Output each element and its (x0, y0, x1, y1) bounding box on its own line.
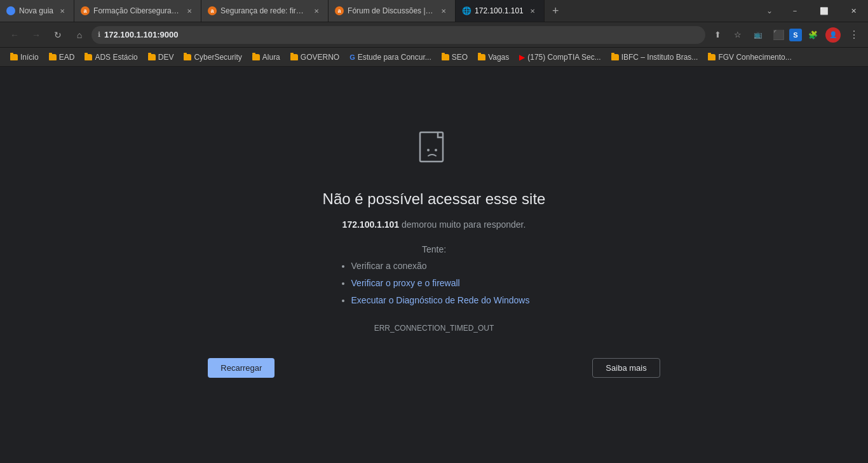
avatar-button[interactable]: 👤 (824, 26, 843, 44)
suggestion-link[interactable]: Executar o Diagnóstico de Rede do Window… (351, 295, 530, 305)
error-subtitle-rest: demorou muito para responder. (399, 219, 526, 230)
tab-ip-active[interactable]: 🌐 172.100.1.101 ✕ (456, 0, 545, 22)
address-bar[interactable]: ℹ 172.100.1.101:9000 (92, 26, 705, 44)
suggestion-item: Executar o Diagnóstico de Rede do Window… (351, 294, 530, 307)
tab-close-button[interactable]: ✕ (438, 6, 449, 16)
tab-label: Segurança de rede: firewall, (220, 6, 308, 15)
user-avatar: 👤 (825, 27, 841, 43)
bookmark-button[interactable]: ☆ (728, 26, 747, 44)
bookmark-label: ADS Estácio (95, 53, 137, 62)
suggestion-item: Verificar a conexão (351, 259, 530, 273)
bookmark-label: Vagas (488, 53, 509, 62)
cast-icon[interactable]: 📺 (749, 26, 768, 44)
suggestion-link[interactable]: Verificar o proxy e o firewall (351, 278, 460, 288)
bookmark-seo[interactable]: SEO (437, 52, 473, 63)
folder-icon (252, 54, 260, 60)
error-code: ERR_CONNECTION_TIMED_OUT (374, 324, 494, 333)
tabs-area: Nova guia ✕ a Formação Cibersegurança | … (0, 0, 758, 22)
tab-favicon (6, 6, 15, 15)
tab-close-button[interactable]: ✕ (311, 6, 322, 16)
learn-more-button[interactable]: Saiba mais (592, 358, 660, 378)
minimize-button[interactable]: − (780, 0, 810, 22)
tab-label: Fórum de Discussões | Alura (348, 6, 435, 15)
google-icon: G (349, 53, 355, 61)
tab-overflow-button[interactable]: ⌄ (758, 0, 780, 22)
suggestion-item: Verificar o proxy e o firewall (351, 277, 530, 290)
bookmark-estude[interactable]: G Estude para Concur... (344, 52, 437, 63)
tab-nova-guia[interactable]: Nova guia ✕ (0, 0, 74, 22)
back-button[interactable]: ← (5, 26, 24, 44)
tab-forum[interactable]: a Fórum de Discussões | Alura ✕ (329, 0, 456, 22)
maximize-button[interactable]: ⬜ (810, 0, 839, 22)
error-ip: 172.100.1.101 (342, 219, 400, 230)
folder-icon (184, 54, 191, 60)
bookmarks-bar: Início EAD ADS Estácio DEV CyberSecurity… (0, 48, 868, 67)
folder-icon (611, 54, 619, 60)
tab-favicon: 🌐 (462, 6, 471, 15)
bookmark-ads[interactable]: ADS Estácio (79, 52, 142, 63)
chrome-menu-button[interactable]: ⋮ (844, 26, 863, 44)
suggestion-text: Verificar a conexão (351, 261, 427, 271)
svg-point-2 (435, 149, 437, 151)
bookmark-label: Estude para Concur... (358, 53, 431, 62)
tab-label: 172.100.1.101 (475, 6, 524, 15)
bookmark-fgv[interactable]: FGV Conhecimento... (703, 52, 796, 63)
extensions-button[interactable]: ⬛ (769, 26, 788, 44)
youtube-icon: ▶ (519, 53, 525, 62)
reload-button[interactable]: Recarregar (208, 358, 275, 378)
error-title: Não é possível acessar esse site (323, 190, 546, 208)
toolbar-actions: ⬆ ☆ 📺 ⬛ S 🧩 👤 ⋮ (708, 26, 863, 44)
bookmark-label: SEO (452, 53, 468, 62)
bookmark-governo[interactable]: GOVERNO (285, 52, 344, 63)
error-subtitle: 172.100.1.101 demorou muito para respond… (342, 218, 526, 232)
error-suggestions-list: Verificar a conexão Verificar o proxy e … (339, 259, 530, 311)
error-buttons: Recarregar Saiba mais (208, 358, 660, 378)
tab-close-button[interactable]: ✕ (184, 6, 194, 16)
bookmark-dev[interactable]: DEV (143, 52, 179, 63)
tab-seguranca[interactable]: a Segurança de rede: firewall, ✕ (201, 0, 329, 22)
bookmark-inicio[interactable]: Início (5, 52, 44, 63)
bookmark-label: Início (20, 53, 39, 62)
bookmark-label: (175) CompTIA Sec... (527, 53, 600, 62)
tab-favicon: a (335, 6, 344, 15)
bookmark-label: EAD (59, 53, 75, 62)
folder-icon (85, 54, 92, 60)
bookmark-label: CyberSecurity (194, 53, 241, 62)
folder-icon (10, 54, 18, 60)
reload-button[interactable]: ↻ (48, 26, 67, 44)
folder-icon (708, 54, 715, 60)
tab-label: Nova guia (19, 6, 53, 15)
bookmark-label: Alura (262, 53, 280, 62)
tab-favicon: a (208, 6, 217, 15)
bookmark-label: GOVERNO (301, 53, 339, 62)
close-button[interactable]: ✕ (839, 0, 868, 22)
tab-favicon: a (81, 6, 90, 15)
bookmark-ibfc[interactable]: IBFC – Instituto Bras... (606, 52, 703, 63)
home-button[interactable]: ⌂ (70, 26, 89, 44)
new-tab-button[interactable]: + (545, 0, 567, 22)
error-icon (412, 127, 456, 171)
puzzle-icon[interactable]: 🧩 (803, 26, 822, 44)
folder-icon (148, 54, 156, 60)
bookmark-ead[interactable]: EAD (44, 52, 80, 63)
bookmark-alura[interactable]: Alura (247, 52, 285, 63)
share-button[interactable]: ⬆ (708, 26, 727, 44)
synced-icon[interactable]: S (789, 29, 802, 41)
tab-close-button[interactable]: ✕ (527, 6, 538, 16)
address-text: 172.100.1.101:9000 (104, 30, 699, 39)
bookmark-cybersecurity[interactable]: CyberSecurity (179, 52, 247, 63)
bookmark-comptia[interactable]: ▶ (175) CompTIA Sec... (514, 52, 606, 63)
folder-icon (49, 54, 57, 60)
folder-icon (290, 54, 298, 60)
window-controls: − ⬜ ✕ (780, 0, 868, 22)
bookmark-label: DEV (158, 53, 174, 62)
tab-label: Formação Cibersegurança | A (93, 6, 180, 15)
tab-close-button[interactable]: ✕ (57, 6, 67, 16)
svg-point-1 (427, 149, 430, 151)
tab-formacao[interactable]: a Formação Cibersegurança | A ✕ (74, 0, 201, 22)
forward-button[interactable]: → (27, 26, 46, 44)
bookmark-label: FGV Conhecimento... (718, 53, 791, 62)
error-try-label: Tente: (422, 244, 446, 254)
folder-icon (442, 54, 449, 60)
bookmark-vagas[interactable]: Vagas (473, 52, 514, 63)
